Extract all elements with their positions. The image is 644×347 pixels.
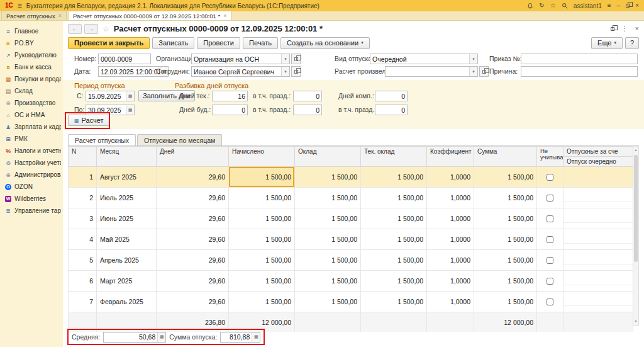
col-salary[interactable]: Оклад [295, 147, 361, 167]
vacation-sum-input[interactable]: 810,88 ▦ [220, 332, 260, 343]
cell-days[interactable]: 29,60 [157, 208, 229, 229]
cell-salary[interactable]: 1 500,00 [295, 271, 361, 292]
cell-amount[interactable]: 1 500,00 [474, 250, 537, 271]
sidebar-item-fixed-assets[interactable]: ⌂ ОС и НМА [0, 109, 63, 121]
cell-month[interactable]: Июнь 2025 [97, 208, 157, 229]
cell-amount[interactable]: 1 500,00 [474, 167, 537, 188]
scroll-up-icon[interactable]: ▴ [633, 147, 638, 154]
sidebar-item-rmk[interactable]: ⊞ РМК [0, 133, 63, 145]
cell-current-salary[interactable]: 1 500,00 [361, 167, 427, 188]
cell-vacation-account[interactable] [564, 250, 633, 271]
close-tab-icon[interactable]: × [223, 13, 226, 19]
cell-n[interactable]: 4 [69, 229, 97, 250]
restore-button[interactable] [626, 4, 630, 8]
table-row[interactable]: 5 Апрель 2025 29,60 1 500,00 1 500,00 1 … [69, 250, 633, 271]
help-button[interactable]: ? [625, 37, 639, 49]
skip-month-checkbox[interactable] [547, 257, 553, 264]
skip-month-checkbox[interactable] [547, 195, 553, 202]
current-user-label[interactable]: assistant1 [574, 3, 602, 9]
tab-vacation-by-month[interactable]: Отпускные по месяцам [137, 134, 222, 145]
cell-month[interactable]: Август 2025 [97, 167, 157, 188]
close-form-icon[interactable]: × [635, 25, 639, 32]
skip-month-checkbox[interactable] [547, 215, 553, 222]
days-comp-input[interactable]: 0 [375, 91, 408, 101]
post-button[interactable]: Провести [197, 37, 240, 49]
days-future-input[interactable]: 0 [212, 105, 248, 115]
cell-accrued[interactable]: 1 500,00 [229, 188, 295, 208]
cell-n[interactable]: 6 [69, 271, 97, 292]
cell-coefficient[interactable]: 1,0000 [427, 208, 474, 229]
back-button[interactable]: ← [68, 24, 82, 34]
cell-current-salary[interactable]: 1 500,00 [361, 250, 427, 271]
window-tab-vacation-list[interactable]: Расчет отпускных × [1, 11, 67, 20]
period-from-input[interactable]: 15.09.2025 ▦ [86, 91, 135, 101]
future-holidays-input[interactable]: 0 [293, 105, 322, 115]
current-holidays-input[interactable]: 0 [293, 91, 322, 101]
sidebar-item-administration[interactable]: ⊕ Администрирование [0, 169, 63, 181]
cell-n[interactable]: 3 [69, 208, 97, 229]
history-icon[interactable]: ↻ [539, 3, 544, 9]
period-to-input[interactable]: 30.09.2025 ▦ [86, 105, 135, 115]
favorite-star-icon[interactable]: ☆ [103, 25, 109, 33]
write-button[interactable]: Записать [152, 37, 194, 49]
cell-vacation-account[interactable] [564, 292, 633, 312]
cell-vacation-account[interactable] [564, 229, 633, 250]
sidebar-item-ozon[interactable]: O OZON [0, 181, 63, 193]
cell-days[interactable]: 29,60 [157, 188, 229, 208]
calculator-icon[interactable]: ▦ [157, 333, 165, 342]
sidebar-item-accounting-settings[interactable]: ⊚ Настройки учета [0, 157, 63, 169]
sidebar-item-warehouse[interactable]: ▤ Склад [0, 85, 63, 97]
cell-salary[interactable]: 1 500,00 [295, 292, 361, 312]
cell-salary[interactable]: 1 500,00 [295, 167, 361, 188]
calculated-by-input[interactable]: ▾ [385, 66, 478, 77]
vacation-type-input[interactable]: Очередной ▾ [370, 54, 478, 64]
table-row[interactable]: 1 Август 2025 29,60 1 500,00 1 500,00 1 … [69, 167, 633, 188]
cell-accrued[interactable]: 1 500,00 [229, 208, 295, 229]
skip-month-checkbox[interactable] [547, 236, 553, 243]
sidebar-item-wildberries[interactable]: W Wildberries [0, 193, 63, 205]
average-input[interactable]: 50,68 ▦ [103, 332, 166, 343]
cell-coefficient[interactable]: 1,0000 [427, 229, 474, 250]
cell-current-salary[interactable]: 1 500,00 [361, 229, 427, 250]
skip-month-checkbox[interactable] [547, 278, 553, 285]
cell-salary[interactable]: 1 500,00 [295, 208, 361, 229]
skip-month-checkbox[interactable] [547, 299, 553, 305]
cell-current-salary[interactable]: 1 500,00 [361, 271, 427, 292]
sidebar-item-salary-hr[interactable]: ♟ Зарплата и кадры [0, 121, 63, 133]
cell-amount[interactable]: 1 500,00 [474, 292, 537, 312]
cell-month[interactable]: Февраль 2025 [97, 292, 157, 312]
cell-amount[interactable]: 1 500,00 [474, 271, 537, 292]
scroll-down-icon[interactable]: ▾ [633, 318, 638, 325]
employee-open-button[interactable] [291, 66, 301, 77]
cell-current-salary[interactable]: 1 500,00 [361, 188, 427, 208]
calculated-by-open-button[interactable] [479, 66, 489, 77]
table-row[interactable]: 7 Февраль 2025 29,60 1 500,00 1 500,00 1… [69, 292, 633, 312]
cell-accrued[interactable]: 1 500,00 [229, 250, 295, 271]
cell-n[interactable]: 1 [69, 167, 97, 188]
col-amount[interactable]: Сумма [474, 147, 537, 167]
sidebar-item-main[interactable]: ≡ Главное [0, 25, 63, 37]
cell-accrued[interactable]: 1 500,00 [229, 271, 295, 292]
cell-accrued[interactable]: 1 500,00 [229, 292, 295, 312]
cell-month[interactable]: Март 2025 [97, 271, 157, 292]
forward-button[interactable]: → [84, 24, 98, 34]
hamburger-menu-icon[interactable]: ≡ [18, 2, 22, 9]
calendar-icon[interactable]: ▦ [126, 105, 134, 115]
number-input[interactable]: 0000-0009 [98, 54, 151, 64]
post-and-close-button[interactable]: Провести и закрыть [68, 37, 150, 49]
get-link-icon[interactable] [611, 27, 614, 31]
sidebar-item-production[interactable]: ⊛ Производство [0, 97, 63, 109]
order-number-input[interactable] [521, 54, 638, 64]
col-skip[interactable]: Не учитывать [537, 147, 564, 167]
cell-current-salary[interactable]: 1 500,00 [361, 208, 427, 229]
cell-accrued[interactable]: 1 500,00 [229, 167, 295, 188]
calendar-icon[interactable]: ▦ [126, 91, 134, 101]
minimize-button[interactable]: – [617, 3, 621, 9]
sidebar-item-purchases-sales[interactable]: ▦ Покупки и продажи [0, 73, 63, 85]
tab-vacation-calc[interactable]: Расчет отпускных [68, 134, 136, 145]
cell-amount[interactable]: 1 500,00 [474, 229, 537, 250]
close-button[interactable]: × [635, 3, 639, 9]
sidebar-item-tariff[interactable]: ≣ Управление тарифом [0, 205, 63, 217]
cell-current-salary[interactable]: 1 500,00 [361, 292, 427, 312]
calculate-button[interactable]: ▦ Расчет [68, 115, 110, 126]
